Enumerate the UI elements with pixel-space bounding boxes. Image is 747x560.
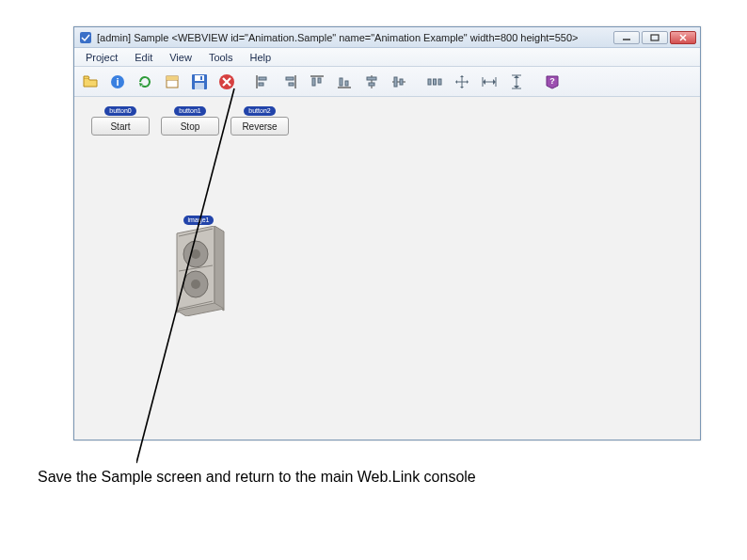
svg-rect-10 xyxy=(195,83,204,89)
info-icon[interactable]: i xyxy=(105,70,130,94)
svg-rect-33 xyxy=(438,79,441,85)
button0[interactable]: button0 Start xyxy=(91,106,150,136)
svg-rect-20 xyxy=(312,78,315,86)
window-controls xyxy=(613,31,696,44)
svg-rect-23 xyxy=(340,78,342,86)
equipment-icon xyxy=(171,226,226,316)
button0-tag: button0 xyxy=(104,106,135,116)
button1[interactable]: button1 Stop xyxy=(161,106,219,136)
svg-rect-17 xyxy=(286,77,294,80)
svg-rect-7 xyxy=(167,76,178,80)
app-window: [admin] Sample <WEBVIEW id="Animation.Sa… xyxy=(73,26,701,440)
image1[interactable]: image1 xyxy=(168,216,229,316)
button2[interactable]: button2 Reverse xyxy=(230,106,289,136)
properties-icon[interactable] xyxy=(160,70,184,94)
toolbar: i xyxy=(74,67,700,97)
align-center-v-icon[interactable] xyxy=(387,70,411,94)
svg-rect-32 xyxy=(434,79,437,85)
menu-edit[interactable]: Edit xyxy=(127,50,160,65)
svg-rect-27 xyxy=(369,83,374,86)
svg-marker-43 xyxy=(177,226,215,312)
button2-tag: button2 xyxy=(244,106,275,116)
svg-rect-24 xyxy=(345,81,348,86)
button2-body: Reverse xyxy=(230,117,289,136)
svg-rect-9 xyxy=(195,75,204,81)
app-icon xyxy=(78,30,93,45)
width-icon[interactable] xyxy=(477,70,501,94)
svg-rect-15 xyxy=(259,83,263,86)
svg-text:?: ? xyxy=(549,76,555,86)
window-title: [admin] Sample <WEBVIEW id="Animation.Sa… xyxy=(97,32,613,43)
menubar: Project Edit View Tools Help xyxy=(74,48,700,67)
minimize-button[interactable] xyxy=(613,31,640,44)
svg-rect-21 xyxy=(318,78,321,83)
menu-project[interactable]: Project xyxy=(78,50,125,65)
svg-rect-26 xyxy=(367,77,376,80)
design-canvas[interactable]: button0 Start button1 Stop button2 Rever… xyxy=(74,97,700,440)
align-bottom-icon[interactable] xyxy=(332,70,357,94)
cancel-icon[interactable] xyxy=(215,70,239,94)
open-icon[interactable] xyxy=(78,70,103,94)
svg-rect-29 xyxy=(394,77,397,87)
button1-body: Stop xyxy=(161,117,219,136)
button0-body: Start xyxy=(91,117,150,136)
svg-rect-14 xyxy=(259,77,266,80)
svg-point-49 xyxy=(191,280,200,289)
button1-tag: button1 xyxy=(174,106,205,116)
svg-rect-18 xyxy=(289,83,294,86)
titlebar: [admin] Sample <WEBVIEW id="Animation.Sa… xyxy=(74,27,700,48)
close-button[interactable] xyxy=(670,31,696,44)
svg-rect-0 xyxy=(80,32,91,43)
align-top-icon[interactable] xyxy=(305,70,329,94)
svg-rect-11 xyxy=(200,76,202,80)
move-icon[interactable] xyxy=(450,70,474,94)
svg-rect-31 xyxy=(428,79,431,85)
menu-help[interactable]: Help xyxy=(243,50,279,65)
image1-tag: image1 xyxy=(183,216,215,225)
align-left-icon[interactable] xyxy=(250,70,275,94)
menu-tools[interactable]: Tools xyxy=(201,50,241,65)
svg-rect-30 xyxy=(400,79,403,85)
svg-point-47 xyxy=(191,249,200,259)
height-icon[interactable] xyxy=(504,70,529,94)
svg-rect-2 xyxy=(651,35,659,40)
help-icon[interactable]: ? xyxy=(540,70,564,94)
menu-view[interactable]: View xyxy=(162,50,199,65)
save-icon[interactable] xyxy=(187,70,212,94)
svg-marker-44 xyxy=(215,226,224,311)
svg-text:i: i xyxy=(116,76,119,88)
refresh-icon[interactable] xyxy=(133,70,157,94)
caption-text: Save the Sample screen and return to the… xyxy=(38,469,476,486)
align-center-h-icon[interactable] xyxy=(359,70,384,94)
align-right-icon[interactable] xyxy=(278,70,302,94)
maximize-button[interactable] xyxy=(642,31,668,44)
distribute-h-icon[interactable] xyxy=(422,70,447,94)
